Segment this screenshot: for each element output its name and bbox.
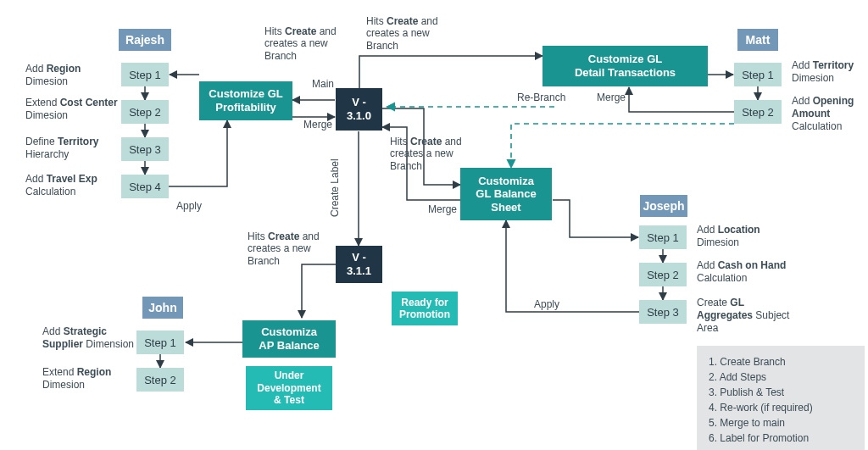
branch-ap-balance: Customiza AP Balance [242, 320, 336, 358]
lbl-hits-create-3: Hits Create and creates a new Branch [390, 136, 473, 172]
lbl-merge-2: Merge [428, 203, 457, 215]
branch-gl-detail-transactions: Customize GL Detail Transactions [542, 46, 708, 86]
note-john-1: Add Strategic Supplier Dimension [42, 325, 136, 351]
lbl-hits-create-4: Hits Create and creates a new Branch [248, 231, 331, 267]
legend-6: 6. Label for Promotion [709, 431, 853, 446]
lbl-hits-create-1: Hits Create and creates a new Branch [264, 25, 348, 62]
lbl-apply-2: Apply [534, 298, 559, 310]
user-rajesh: Rajesh [119, 29, 171, 51]
note-joseph-1: Add Location Dimesion [697, 224, 790, 249]
legend-3: 3. Publish & Test [709, 385, 853, 400]
user-john: John [142, 297, 183, 319]
legend-2: 2. Add Steps [709, 369, 853, 385]
version-3-1-1: V - 3.1.1 [336, 246, 382, 283]
joseph-step-2: Step 2 [639, 263, 687, 286]
joseph-step-1: Step 1 [639, 225, 687, 249]
lbl-rebranch: Re-Branch [517, 92, 565, 103]
john-step-1: Step 1 [136, 331, 184, 354]
user-joseph: Joseph [640, 195, 687, 217]
lbl-hits-create-2: Hits Create and creates a new Branch [366, 15, 449, 52]
legend-1: 1. Create Branch [709, 354, 853, 369]
john-step-2: Step 2 [136, 368, 184, 392]
legend-4: 4. Re-work (if required) [709, 400, 853, 415]
note-matt-2: Add Opening Amount Calculation [792, 95, 868, 133]
lbl-main: Main [312, 78, 334, 90]
note-rajesh-1: Add Region Dimesion [25, 63, 119, 88]
lbl-apply-1: Apply [176, 200, 202, 212]
tag-ready-for-promotion: Ready for Promotion [392, 292, 458, 325]
note-rajesh-2: Extend Cost Center Dimesion [25, 97, 119, 122]
lbl-create-label: Create Label [329, 158, 341, 217]
legend-box: 1. Create Branch 2. Add Steps 3. Publish… [697, 346, 865, 450]
note-john-2: Extend Region Dimesion [42, 366, 136, 392]
legend-5: 5. Merge to main [709, 415, 853, 431]
joseph-step-3: Step 3 [639, 300, 687, 324]
note-matt-1: Add Territory Dimesion [792, 59, 868, 85]
lbl-merge-1: Merge [303, 119, 332, 131]
rajesh-step-1: Step 1 [121, 63, 169, 86]
tag-under-development: Under Development & Test [246, 366, 332, 410]
branch-gl-balance-sheet: Customiza GL Balance Sheet [460, 168, 552, 220]
note-rajesh-3: Define Territory Hierarchy [25, 136, 119, 161]
diagram-canvas: Rajesh Step 1 Step 2 Step 3 Step 4 Add R… [0, 0, 868, 450]
note-joseph-2: Add Cash on Hand Calculation [697, 259, 790, 285]
note-rajesh-4: Add Travel Exp Calculation [25, 173, 119, 198]
branch-gl-profitability: Customize GL Profitability [199, 81, 292, 120]
lbl-merge-3: Merge [597, 92, 626, 103]
version-3-1-0: V - 3.1.0 [336, 88, 382, 131]
matt-step-2: Step 2 [734, 100, 782, 124]
rajesh-step-2: Step 2 [121, 100, 169, 124]
matt-step-1: Step 1 [734, 63, 782, 86]
user-matt: Matt [737, 29, 778, 51]
note-joseph-3: Create GL Aggregates Subject Area [697, 297, 790, 335]
rajesh-step-3: Step 3 [121, 137, 169, 161]
rajesh-step-4: Step 4 [121, 175, 169, 198]
